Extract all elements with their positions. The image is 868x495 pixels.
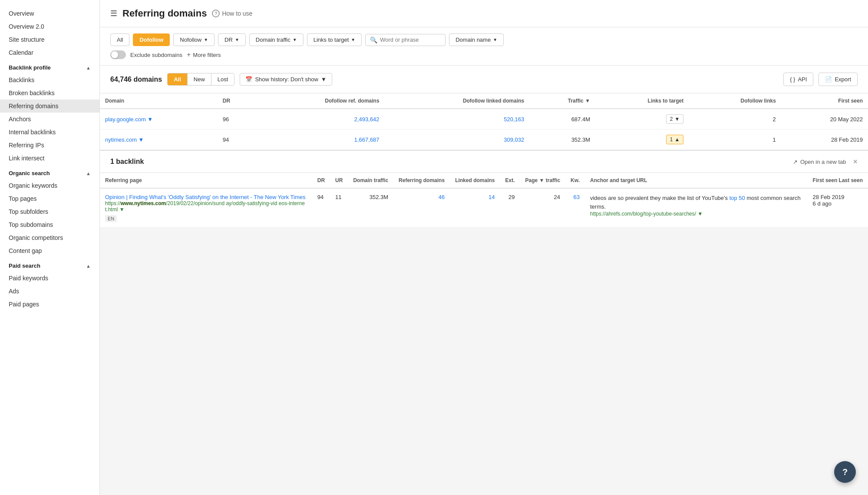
inner-col-kw[interactable]: Kw. <box>565 173 585 188</box>
exclude-subdomains-toggle[interactable] <box>110 50 126 59</box>
sidebar-item-top-subfolders[interactable]: Top subfolders <box>0 205 99 218</box>
col-dofollow-ref[interactable]: Dofollow ref. domains <box>254 93 384 109</box>
referring-page-url[interactable]: https://www.nytimes.com/2019/02/22/opini… <box>105 200 307 213</box>
sidebar-item-referring-ips[interactable]: Referring IPs <box>0 139 99 152</box>
domain-link[interactable]: play.google.com ▼ <box>105 116 153 123</box>
inner-col-linked-domains[interactable]: Linked domains <box>450 173 500 188</box>
inner-row-referring-domains: 46 <box>393 188 450 228</box>
inner-col-referring-domains[interactable]: Referring domains <box>393 173 450 188</box>
sidebar-item-organic-competitors[interactable]: Organic competitors <box>0 231 99 244</box>
export-button[interactable]: 📄 Export <box>818 73 858 86</box>
inner-col-anchor-target[interactable]: Anchor and target URL <box>585 173 808 188</box>
domain-link[interactable]: nytimes.com ▼ <box>105 136 144 143</box>
target-url-link[interactable]: https://ahrefs.com/blog/top-youtube-sear… <box>590 211 696 217</box>
search-box[interactable]: 🔍 <box>365 34 446 46</box>
domain-count: 64,746 domains <box>110 76 162 83</box>
sidebar-item-referring-domains[interactable]: Referring domains <box>0 100 99 113</box>
dofollow-ref-link[interactable]: 2,493,642 <box>354 116 380 123</box>
api-button[interactable]: { } API <box>783 73 813 86</box>
inner-col-ur[interactable]: UR <box>330 173 348 188</box>
sidebar-item-broken-backlinks[interactable]: Broken backlinks <box>0 86 99 100</box>
filter-dr-button[interactable]: DR ▼ <box>218 33 246 46</box>
domain-name-label: Domain name <box>455 37 491 43</box>
calendar-icon: 📅 <box>245 76 252 83</box>
chevron-down-icon: ▼ <box>139 136 144 143</box>
referring-page-title[interactable]: Opinion | Finding What's 'Oddly Satisfyi… <box>105 194 307 200</box>
col-domain[interactable]: Domain <box>100 93 218 109</box>
col-first-seen[interactable]: First seen <box>781 93 868 109</box>
sidebar-item-paid-keywords[interactable]: Paid keywords <box>0 272 99 285</box>
sidebar-item-ads[interactable]: Ads <box>0 285 99 298</box>
filter-domain-name-button[interactable]: Domain name ▼ <box>449 33 504 46</box>
history-button[interactable]: 📅 Show history: Don't show ▼ <box>240 73 332 86</box>
sidebar-item-site-structure[interactable]: Site structure <box>0 33 99 46</box>
linked-domains-link[interactable]: 14 <box>488 194 495 200</box>
help-icon: ? <box>212 10 220 17</box>
filter-all-button[interactable]: All <box>110 33 129 46</box>
sidebar-item-internal-backlinks[interactable]: Internal backlinks <box>0 126 99 139</box>
tab-lost[interactable]: Lost <box>211 73 234 85</box>
row-dofollow-links: 1 <box>689 130 781 150</box>
dofollow-ref-link[interactable]: 1,667,687 <box>354 136 380 143</box>
dofollow-linked-link[interactable]: 309,032 <box>504 136 524 143</box>
sidebar-section-backlink-profile[interactable]: Backlink profile ▲ <box>0 59 99 73</box>
inner-col-referring-page[interactable]: Referring page <box>100 173 312 188</box>
chevron-up-icon: ▲ <box>86 263 91 269</box>
tab-all[interactable]: All <box>168 73 188 85</box>
more-filters-button[interactable]: + More filters <box>187 51 221 59</box>
filter-links-to-target-button[interactable]: Links to target ▼ <box>307 33 362 46</box>
export-label: Export <box>835 76 851 83</box>
inner-col-first-last-seen[interactable]: First seen Last seen <box>808 173 868 188</box>
filter-row-1: All Dofollow Nofollow ▼ DR ▼ Domain traf… <box>110 33 858 46</box>
sidebar-section-paid-search[interactable]: Paid search ▲ <box>0 257 99 272</box>
dofollow-linked-link[interactable]: 520,163 <box>504 116 524 123</box>
sidebar-item-link-intersect[interactable]: Link intersect <box>0 152 99 165</box>
hamburger-icon[interactable]: ☰ <box>110 9 117 18</box>
inner-col-ext[interactable]: Ext. <box>500 173 520 188</box>
sidebar-item-top-subdomains[interactable]: Top subdomains <box>0 218 99 231</box>
open-tab-button[interactable]: ↗ Open in a new tab <box>793 159 846 165</box>
help-link[interactable]: ? How to use <box>212 10 252 17</box>
chevron-down-icon: ▼ <box>697 211 703 217</box>
kw-link[interactable]: 63 <box>574 194 580 200</box>
sidebar-item-overview2[interactable]: Overview 2.0 <box>0 20 99 33</box>
col-dofollow-links[interactable]: Dofollow links <box>689 93 781 109</box>
links-to-target-badge[interactable]: 2 ▼ <box>666 114 684 124</box>
col-links-to-target[interactable]: Links to target <box>595 93 689 109</box>
links-to-target-badge[interactable]: 1 ▲ <box>666 135 684 144</box>
sidebar-section-organic-search[interactable]: Organic search ▲ <box>0 165 99 179</box>
search-input[interactable] <box>380 37 441 43</box>
filter-nofollow-button[interactable]: Nofollow ▼ <box>173 33 215 46</box>
search-icon: 🔍 <box>370 37 377 43</box>
filter-row-2: Exclude subdomains + More filters <box>110 50 858 59</box>
referring-domains-link[interactable]: 46 <box>439 194 445 200</box>
api-label: API <box>798 76 807 83</box>
filter-dofollow-button[interactable]: Dofollow <box>133 33 170 46</box>
inner-row-kw: 63 <box>565 188 585 228</box>
sidebar-item-paid-pages[interactable]: Paid pages <box>0 298 99 311</box>
col-traffic[interactable]: Traffic ▼ <box>529 93 595 109</box>
close-button[interactable]: × <box>853 158 858 166</box>
inner-row-ext: 29 <box>500 188 520 228</box>
external-link-icon: ↗ <box>793 159 798 165</box>
target-url[interactable]: https://ahrefs.com/blog/top-youtube-sear… <box>590 211 802 217</box>
tab-new[interactable]: New <box>188 73 211 85</box>
inner-col-domain-traffic[interactable]: Domain traffic <box>348 173 393 188</box>
sidebar-item-overview[interactable]: Overview <box>0 7 99 20</box>
anchor-link[interactable]: top 50 <box>729 195 745 201</box>
sidebar-section-label: Backlink profile <box>9 64 51 71</box>
sidebar: Overview Overview 2.0 Site structure Cal… <box>0 0 100 495</box>
filter-domain-traffic-button[interactable]: Domain traffic ▼ <box>249 33 304 46</box>
inner-col-page-traffic[interactable]: Page ▼ traffic <box>520 173 566 188</box>
sidebar-item-backlinks[interactable]: Backlinks <box>0 73 99 86</box>
sidebar-item-anchors[interactable]: Anchors <box>0 113 99 126</box>
col-dofollow-linked[interactable]: Dofollow linked domains <box>385 93 530 109</box>
sidebar-item-content-gap[interactable]: Content gap <box>0 244 99 257</box>
col-dr[interactable]: DR <box>218 93 254 109</box>
sidebar-item-calendar[interactable]: Calendar <box>0 46 99 59</box>
sidebar-item-organic-keywords[interactable]: Organic keywords <box>0 179 99 192</box>
last-seen: 6 d ago <box>813 200 863 207</box>
sidebar-item-top-pages[interactable]: Top pages <box>0 192 99 205</box>
inner-col-dr[interactable]: DR <box>312 173 330 188</box>
help-fab[interactable]: ? <box>834 461 856 483</box>
